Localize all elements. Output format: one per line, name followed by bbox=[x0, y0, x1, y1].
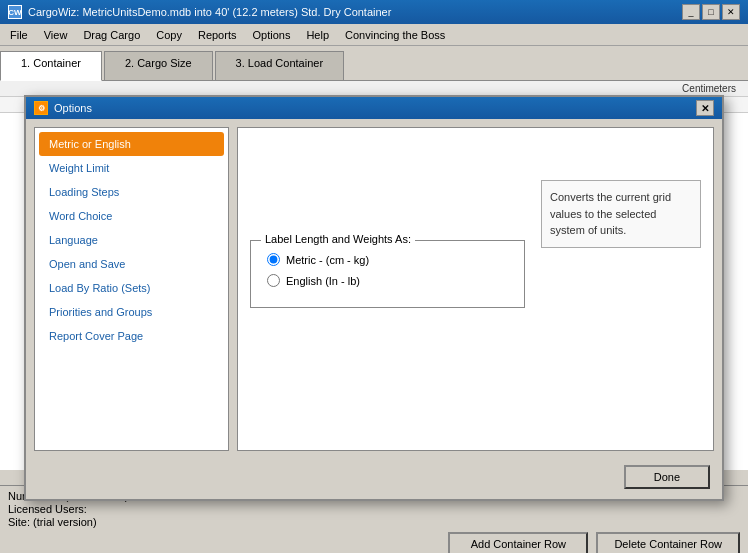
app-icon: CW bbox=[8, 5, 22, 19]
done-button[interactable]: Done bbox=[624, 465, 710, 489]
nav-weight-limit[interactable]: Weight Limit bbox=[39, 156, 224, 180]
menu-drag-cargo[interactable]: Drag Cargo bbox=[77, 27, 146, 43]
nav-open-save[interactable]: Open and Save bbox=[39, 252, 224, 276]
dialog-body: Metric or English Weight Limit Loading S… bbox=[26, 119, 722, 459]
close-button[interactable]: ✕ bbox=[722, 4, 740, 20]
tab-load-container[interactable]: 3. Load Container bbox=[215, 51, 344, 81]
nav-load-by-ratio[interactable]: Load By Ratio (Sets) bbox=[39, 276, 224, 300]
nav-priorities-groups[interactable]: Priorities and Groups bbox=[39, 300, 224, 324]
title-bar: CW CargoWiz: MetricUnitsDemo.mdb into 40… bbox=[0, 0, 748, 24]
menu-convincing[interactable]: Convincing the Boss bbox=[339, 27, 451, 43]
menu-copy[interactable]: Copy bbox=[150, 27, 188, 43]
bottom-buttons: Add Container Row Delete Container Row bbox=[8, 532, 740, 553]
menu-bar: File View Drag Cargo Copy Reports Option… bbox=[0, 24, 748, 46]
menu-reports[interactable]: Reports bbox=[192, 27, 243, 43]
menu-file[interactable]: File bbox=[4, 27, 34, 43]
options-dialog: ⚙ Options ✕ Metric or English Weight Lim… bbox=[24, 95, 724, 501]
radio-metric-row: Metric - (cm - kg) bbox=[267, 253, 508, 266]
dialog-title-bar: ⚙ Options ✕ bbox=[26, 97, 722, 119]
radio-metric-label: Metric - (cm - kg) bbox=[286, 254, 369, 266]
menu-help[interactable]: Help bbox=[300, 27, 335, 43]
radio-metric[interactable] bbox=[267, 253, 280, 266]
radio-english-label: English (In - lb) bbox=[286, 275, 360, 287]
add-container-button[interactable]: Add Container Row bbox=[448, 532, 588, 553]
bottom-info-3: Site: (trial version) bbox=[8, 516, 740, 528]
group-box-label-weights: Label Length and Weights As: Metric - (c… bbox=[250, 240, 525, 308]
label-weights-section: Label Length and Weights As: Metric - (c… bbox=[250, 180, 701, 308]
menu-options[interactable]: Options bbox=[246, 27, 296, 43]
nav-panel: Metric or English Weight Limit Loading S… bbox=[34, 127, 229, 451]
dialog-icon: ⚙ bbox=[34, 101, 48, 115]
content-panel: Label Length and Weights As: Metric - (c… bbox=[237, 127, 714, 451]
tabs-bar: 1. Container 2. Cargo Size 3. Load Conta… bbox=[0, 46, 748, 80]
window-title: CargoWiz: MetricUnitsDemo.mdb into 40' (… bbox=[28, 6, 391, 18]
description-text: Converts the current grid values to the … bbox=[541, 180, 701, 248]
window-controls: _ □ ✕ bbox=[682, 4, 740, 20]
app-window: CW CargoWiz: MetricUnitsDemo.mdb into 40… bbox=[0, 0, 748, 553]
minimize-button[interactable]: _ bbox=[682, 4, 700, 20]
menu-view[interactable]: View bbox=[38, 27, 74, 43]
radio-english-row: English (In - lb) bbox=[267, 274, 508, 287]
maximize-button[interactable]: □ bbox=[702, 4, 720, 20]
dialog-footer: Done bbox=[26, 459, 722, 499]
unit-label: Centimeters bbox=[682, 83, 744, 94]
tab-container[interactable]: 1. Container bbox=[0, 51, 102, 81]
nav-language[interactable]: Language bbox=[39, 228, 224, 252]
dialog-close-button[interactable]: ✕ bbox=[696, 100, 714, 116]
nav-metric-english[interactable]: Metric or English bbox=[39, 132, 224, 156]
nav-report-cover[interactable]: Report Cover Page bbox=[39, 324, 224, 348]
delete-container-button[interactable]: Delete Container Row bbox=[596, 532, 740, 553]
group-box-title: Label Length and Weights As: bbox=[261, 233, 415, 245]
nav-loading-steps[interactable]: Loading Steps bbox=[39, 180, 224, 204]
nav-word-choice[interactable]: Word Choice bbox=[39, 204, 224, 228]
radio-english[interactable] bbox=[267, 274, 280, 287]
dialog-title: Options bbox=[54, 102, 92, 114]
tab-cargo-size[interactable]: 2. Cargo Size bbox=[104, 51, 213, 81]
bottom-info-2: Licensed Users: bbox=[8, 503, 740, 515]
